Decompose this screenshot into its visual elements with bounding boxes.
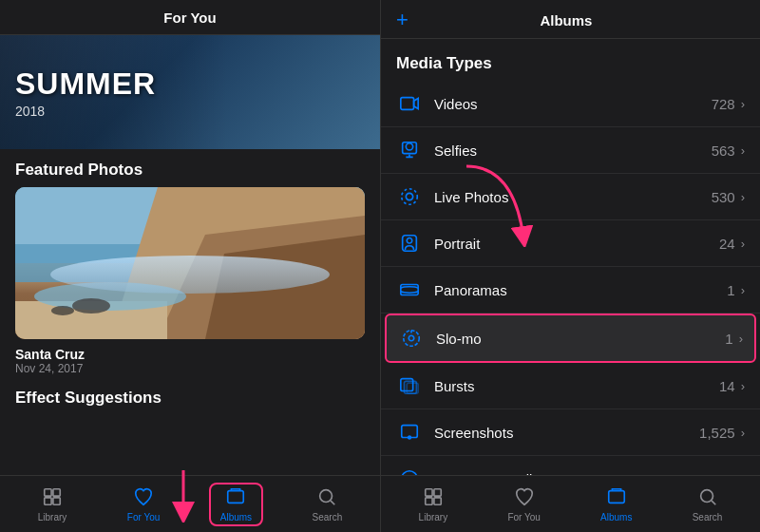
svg-point-7 [72, 298, 110, 314]
slomo-count: 1 [725, 331, 732, 347]
live-photos-icon [396, 183, 423, 210]
live-photos-count: 530 [712, 189, 735, 205]
svg-point-33 [408, 436, 411, 439]
right-panel: + Albums Media Types Videos 728 › Selfie… [380, 0, 760, 532]
nav-albums-label-right: Albums [600, 512, 632, 522]
svg-point-6 [34, 282, 186, 311]
photo-date: Nov 24, 2017 [15, 362, 365, 375]
screenshots-chevron: › [741, 426, 745, 440]
svg-point-27 [408, 335, 414, 341]
svg-point-21 [406, 193, 412, 200]
nav-library-label-right: Library [419, 512, 448, 522]
panorama-icon [396, 276, 423, 303]
add-album-button[interactable]: + [396, 10, 408, 30]
media-item-live-photos[interactable]: Live Photos 530 › [381, 174, 760, 220]
svg-rect-20 [403, 142, 417, 154]
slomo-label: Slo-mo [436, 331, 725, 347]
selfies-label: Selfies [434, 142, 712, 159]
media-item-screenshots[interactable]: Screenshots 1,525 › [381, 409, 760, 456]
left-header-title: For You [163, 10, 216, 26]
portrait-icon [396, 230, 423, 256]
svg-rect-44 [609, 490, 625, 503]
bursts-chevron: › [741, 379, 745, 393]
selfie-icon [396, 137, 423, 163]
media-item-bursts[interactable]: Bursts 14 › [381, 363, 760, 409]
svg-point-24 [407, 238, 412, 244]
videos-count: 728 [712, 96, 735, 112]
library-icon-right [423, 486, 444, 510]
videos-chevron: › [741, 97, 745, 111]
left-bottom-nav: Library For You Albums [0, 475, 380, 532]
svg-rect-42 [426, 497, 432, 504]
summer-banner[interactable]: SUMMER 2018 [0, 35, 380, 149]
live-photos-chevron: › [741, 190, 745, 204]
videos-label: Videos [434, 96, 712, 112]
live-photos-label: Live Photos [434, 189, 712, 205]
svg-marker-18 [414, 99, 419, 109]
media-item-selfies[interactable]: Selfies 563 › [381, 127, 760, 174]
nav-for-you-right[interactable]: For You [496, 483, 551, 526]
left-header: For You [0, 0, 380, 35]
photo-caption: Santa Cruz Nov 24, 2017 [0, 339, 380, 379]
nav-albums-right[interactable]: Albums [589, 483, 643, 526]
search-icon-left [316, 486, 337, 510]
screen-recordings-icon [396, 466, 423, 475]
featured-photo[interactable] [15, 187, 365, 339]
selfies-chevron: › [741, 143, 745, 158]
nav-search-label-right: Search [693, 512, 723, 522]
media-types-title: Media Types [381, 39, 760, 81]
nav-library[interactable]: Library [27, 483, 79, 526]
nav-for-you-label-right: For You [507, 512, 540, 522]
for-you-icon [133, 486, 154, 510]
svg-rect-11 [45, 497, 51, 504]
slomo-chevron: › [739, 332, 743, 346]
media-item-screen-recordings[interactable]: Screen Recordings 44 › [381, 456, 760, 475]
bursts-icon [396, 372, 423, 399]
svg-point-8 [51, 306, 74, 315]
nav-library-label: Library [38, 512, 67, 522]
svg-point-14 [320, 489, 332, 502]
svg-point-22 [402, 189, 418, 205]
nav-search-label-left: Search [313, 512, 343, 522]
library-icon [42, 486, 63, 510]
screenshots-label: Screenshots [434, 425, 699, 441]
right-header-title: Albums [540, 12, 592, 28]
screenshots-count: 1,525 [699, 425, 735, 441]
svg-rect-43 [434, 497, 441, 504]
nav-library-right[interactable]: Library [408, 483, 460, 526]
svg-rect-17 [401, 98, 414, 110]
selfies-count: 563 [712, 142, 735, 159]
svg-rect-10 [53, 488, 60, 495]
summer-title: SUMMER [15, 66, 380, 102]
svg-point-19 [406, 143, 412, 150]
slomo-icon [398, 325, 425, 352]
panoramas-count: 1 [727, 282, 734, 298]
bursts-count: 14 [719, 378, 735, 394]
svg-rect-41 [434, 488, 441, 495]
media-item-portrait[interactable]: Portrait 24 › [381, 220, 760, 267]
video-icon [396, 90, 423, 117]
photo-location: Santa Cruz [15, 347, 365, 362]
nav-search-left[interactable]: Search [301, 483, 354, 526]
nav-for-you-label: For You [127, 512, 160, 522]
nav-search-right[interactable]: Search [681, 483, 734, 526]
right-header: + Albums [381, 0, 760, 39]
albums-icon-left [225, 486, 246, 510]
portrait-chevron: › [741, 237, 745, 251]
svg-rect-12 [53, 497, 60, 504]
portrait-count: 24 [719, 236, 735, 252]
nav-for-you[interactable]: For You [116, 483, 171, 526]
bursts-label: Bursts [434, 378, 719, 394]
nav-albums-left[interactable]: Albums [209, 483, 263, 526]
nav-albums-label-left: Albums [220, 512, 252, 522]
media-list: Videos 728 › Selfies 563 › Live Photos 5… [381, 81, 760, 475]
media-item-slomo[interactable]: Slo-mo 1 › [385, 314, 756, 363]
screenshots-icon [396, 419, 423, 446]
media-item-videos[interactable]: Videos 728 › [381, 81, 760, 127]
media-item-panoramas[interactable]: Panoramas 1 › [381, 267, 760, 314]
right-content: Media Types Videos 728 › Selfies 563 › [381, 39, 760, 475]
search-icon-right [697, 486, 718, 510]
panoramas-chevron: › [741, 283, 745, 297]
panoramas-label: Panoramas [434, 282, 727, 298]
right-bottom-nav: Library For You Albums [381, 475, 760, 532]
